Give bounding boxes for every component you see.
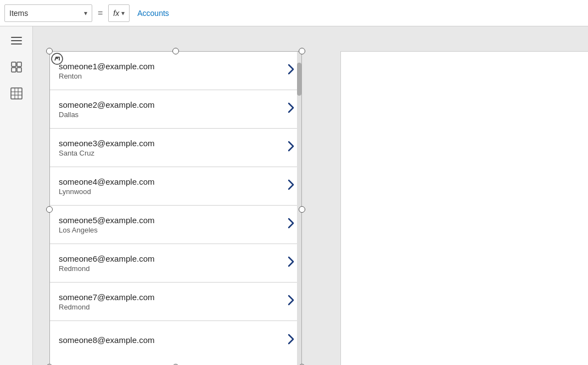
list-item-city: Los Angeles (59, 226, 283, 234)
list-item-email: someone7@example.com (59, 292, 283, 302)
items-dropdown[interactable]: Items ▾ (4, 4, 92, 22)
svg-rect-2 (11, 43, 22, 45)
list-item[interactable]: someone7@example.comRedmond (50, 283, 301, 321)
svg-rect-0 (11, 37, 22, 38)
handle-top-center[interactable] (172, 48, 179, 54)
list-item-email: someone2@example.com (59, 100, 283, 109)
chevron-right-icon (287, 333, 295, 348)
fx-chevron-icon: ▾ (121, 9, 125, 17)
list-item[interactable]: someone3@example.comSanta Cruz (50, 129, 301, 167)
equals-sign: = (96, 8, 105, 18)
handle-middle-right[interactable] (299, 206, 305, 213)
chevron-down-icon: ▾ (84, 9, 87, 17)
main-area: someone1@example.comRentonsomeone2@examp… (0, 26, 588, 365)
items-dropdown-label: Items (9, 9, 84, 18)
list-item-email: someone6@example.com (59, 254, 283, 263)
list-item-city: Lynnwood (59, 187, 283, 196)
svg-rect-4 (17, 62, 21, 67)
svg-rect-5 (12, 68, 16, 72)
chevron-right-icon (287, 179, 295, 193)
layers-icon[interactable] (9, 59, 24, 75)
svg-rect-1 (11, 40, 22, 41)
chevron-right-icon (287, 63, 295, 78)
fx-button[interactable]: fx ▾ (108, 4, 130, 22)
chevron-right-icon (287, 256, 295, 270)
list-item-email: someone3@example.com (59, 139, 283, 148)
svg-point-13 (57, 58, 58, 59)
list-item-email: someone4@example.com (59, 177, 283, 186)
chevron-right-icon (287, 140, 295, 155)
toolbar: Items ▾ = fx ▾ Accounts (0, 0, 588, 26)
list-item-city: Redmond (59, 303, 283, 311)
edit-icon[interactable] (51, 53, 63, 65)
canvas-area: someone1@example.comRentonsomeone2@examp… (33, 26, 588, 365)
list-item-city: Santa Cruz (59, 149, 283, 157)
fx-label: fx (113, 9, 119, 18)
list-item[interactable]: someone6@example.comRedmond (50, 244, 301, 283)
list-scrollbar-thumb[interactable] (297, 63, 301, 96)
list-item[interactable]: someone4@example.comLynnwood (50, 167, 301, 206)
list-item-city: Renton (59, 72, 283, 80)
list-item-email: someone1@example.com (59, 62, 283, 71)
list-item-city: Redmond (59, 264, 283, 273)
list-widget: someone1@example.comRentonsomeone2@examp… (49, 51, 302, 365)
list-item[interactable]: someone2@example.comDallas (50, 90, 301, 129)
svg-rect-3 (12, 62, 16, 67)
list-item-email: someone5@example.com (59, 215, 283, 225)
right-panel (340, 51, 588, 365)
handle-top-right[interactable] (299, 48, 305, 54)
accounts-link[interactable]: Accounts (133, 9, 173, 18)
widget-container: someone1@example.comRentonsomeone2@examp… (49, 51, 302, 365)
handle-middle-left[interactable] (46, 206, 53, 213)
chevron-right-icon (287, 217, 295, 232)
sidebar (0, 26, 33, 365)
svg-rect-7 (11, 88, 22, 99)
list-item[interactable]: someone1@example.comRenton (50, 52, 301, 90)
menu-icon[interactable] (9, 33, 24, 48)
chevron-right-icon (287, 294, 295, 309)
grid-icon[interactable] (9, 86, 24, 101)
list-items-container: someone1@example.comRentonsomeone2@examp… (50, 52, 301, 360)
chevron-right-icon (287, 102, 295, 117)
list-item[interactable]: someone5@example.comLos Angeles (50, 206, 301, 244)
svg-rect-6 (17, 68, 21, 72)
list-item-city: Dallas (59, 110, 283, 119)
list-item[interactable]: someone8@example.com (50, 321, 301, 360)
list-item-email: someone8@example.com (59, 335, 283, 345)
